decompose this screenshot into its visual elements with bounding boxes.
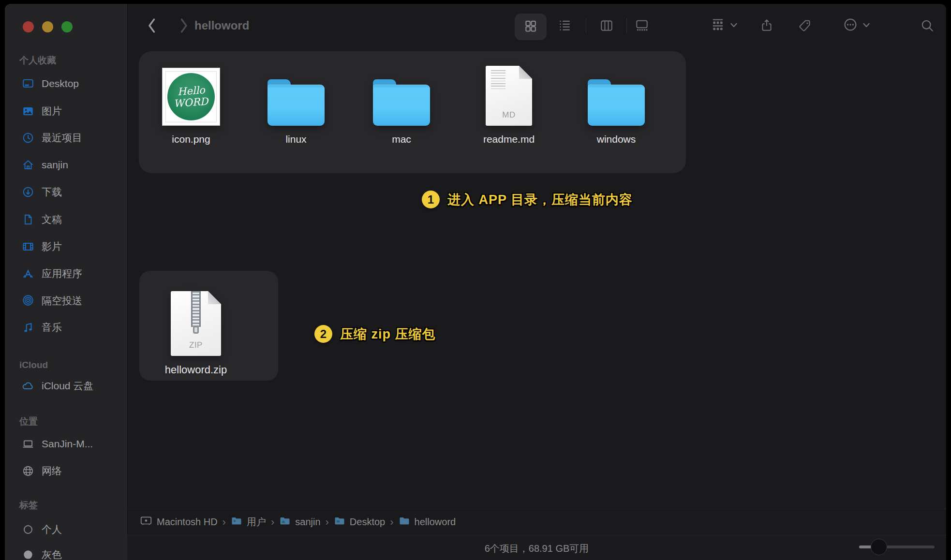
item-count-status: 6个项目，68.91 GB可用 <box>127 542 946 555</box>
hello-word-logo: Hello WORD <box>167 73 215 120</box>
file-item-helloword-zip[interactable]: ZIP helloword.zip <box>145 275 247 376</box>
status-bar: 6个项目，68.91 GB可用 <box>127 535 946 560</box>
sidebar-item-network[interactable]: 网络 <box>5 460 127 482</box>
sidebar-section-tags: 标签 <box>19 499 38 512</box>
sidebar-item-music[interactable]: 音乐 <box>5 317 127 338</box>
sidebar-item-movies[interactable]: 影片 <box>5 236 127 257</box>
path-segment-desktop[interactable]: Desktop <box>334 516 385 529</box>
file-item-icon-png[interactable]: Hello WORD icon.png <box>140 54 242 145</box>
column-view-button[interactable] <box>595 15 618 37</box>
appstore-icon <box>21 267 35 280</box>
step-1-text: 进入 APP 目录，压缩当前内容 <box>447 191 633 208</box>
sidebar-item-applications[interactable]: 应用程序 <box>5 263 127 284</box>
gallery-view-button[interactable] <box>631 15 653 37</box>
step-1-badge: 1 <box>422 191 440 208</box>
sidebar-item-recents[interactable]: 最近项目 <box>5 127 127 148</box>
airdrop-icon <box>21 294 35 308</box>
sidebar-item-tag-personal[interactable]: 个人 <box>5 519 127 540</box>
sidebar-item-label: 图片 <box>42 104 62 118</box>
sidebar-item-label: SanJin-M... <box>42 438 93 450</box>
path-segment-users[interactable]: 用户 <box>231 516 266 529</box>
minimize-button[interactable] <box>42 21 53 32</box>
cloud-icon <box>21 379 35 393</box>
grid-view-icon <box>523 19 538 35</box>
file-item-mac[interactable]: mac <box>351 54 452 145</box>
file-name: readme.md <box>458 133 560 145</box>
path-segment-sanjin[interactable]: sanjin <box>279 516 320 529</box>
photos-icon <box>21 104 35 118</box>
step-2-badge: 2 <box>314 325 332 343</box>
download-icon <box>21 185 35 199</box>
sidebar: 个人收藏 Desktop 图片 最近项目 sanjin <box>5 4 127 560</box>
film-icon <box>21 240 35 253</box>
zip-file-icon: ZIP <box>171 291 221 356</box>
sidebar-item-downloads[interactable]: 下载 <box>5 181 127 203</box>
sidebar-section-favorites: 个人收藏 <box>19 54 56 67</box>
file-type-badge: MD <box>486 110 532 120</box>
chevron-down-icon <box>862 21 870 30</box>
toolbar-divider <box>626 18 627 33</box>
sidebar-item-tag-gray[interactable]: 灰色 <box>5 544 127 560</box>
sidebar-item-documents[interactable]: 文稿 <box>5 209 127 230</box>
sidebar-item-computer[interactable]: SanJin-M... <box>5 433 127 455</box>
folder-icon <box>231 516 242 529</box>
clock-icon <box>21 131 35 145</box>
sidebar-item-desktop[interactable]: Desktop <box>5 73 127 94</box>
file-item-windows[interactable]: windows <box>565 54 667 145</box>
sidebar-item-pictures[interactable]: 图片 <box>5 101 127 122</box>
chevron-separator-icon: › <box>326 516 329 529</box>
laptop-icon <box>21 437 35 451</box>
slider-knob[interactable] <box>871 539 887 555</box>
annotation-step-1: 1 进入 APP 目录，压缩当前内容 <box>422 191 633 208</box>
folder-icon <box>588 79 645 126</box>
ellipsis-circle-icon <box>843 17 858 34</box>
step-2-text: 压缩 zip 压缩包 <box>340 325 436 343</box>
chevron-separator-icon: › <box>271 516 274 529</box>
sidebar-item-label: 文稿 <box>42 213 62 226</box>
sidebar-item-label: 最近项目 <box>42 131 82 145</box>
circle-filled-icon <box>21 548 35 560</box>
sidebar-section-locations: 位置 <box>19 415 38 428</box>
forward-button[interactable] <box>178 17 190 36</box>
sidebar-section-icloud: iCloud <box>19 359 48 371</box>
more-options-button[interactable] <box>833 15 879 37</box>
path-segment-helloword[interactable]: helloword <box>399 516 456 529</box>
icon-view-button[interactable] <box>515 14 547 40</box>
file-name: mac <box>351 133 452 145</box>
file-item-linux[interactable]: linux <box>245 54 347 145</box>
sidebar-item-airdrop[interactable]: 隔空投送 <box>5 290 127 311</box>
file-name: windows <box>565 133 667 145</box>
sidebar-item-label: sanjin <box>42 159 68 171</box>
search-button[interactable] <box>916 15 938 37</box>
folder-icon <box>399 516 410 529</box>
icon-size-slider[interactable] <box>859 545 935 548</box>
path-segment-macintosh-hd[interactable]: Macintosh HD <box>140 515 218 530</box>
circle-outline-icon <box>21 523 35 536</box>
folder-icon <box>373 79 430 126</box>
group-by-button[interactable] <box>700 15 747 37</box>
back-button[interactable] <box>146 17 158 36</box>
file-name: icon.png <box>140 133 242 145</box>
file-name: helloword.zip <box>145 364 247 376</box>
share-button[interactable] <box>756 15 778 37</box>
sidebar-item-icloud-drive[interactable]: iCloud 云盘 <box>5 375 127 397</box>
file-item-readme-md[interactable]: MD readme.md <box>458 54 560 145</box>
close-button[interactable] <box>23 21 34 32</box>
path-bar: Macintosh HD › 用户 › sanjin › Desktop › <box>127 509 946 535</box>
chevron-separator-icon: › <box>223 516 226 529</box>
zoom-button[interactable] <box>61 21 73 32</box>
window-title: helloword <box>194 19 249 32</box>
markdown-file-icon: MD <box>486 66 532 126</box>
list-view-button[interactable] <box>553 15 576 37</box>
sidebar-item-label: 网络 <box>42 464 62 478</box>
music-icon <box>21 321 35 334</box>
group-by-icon <box>710 17 726 34</box>
sidebar-item-label: 下载 <box>42 185 62 199</box>
tag-button[interactable] <box>794 15 816 37</box>
sidebar-item-label: iCloud 云盘 <box>42 379 93 393</box>
hard-drive-icon <box>140 515 152 530</box>
annotation-step-2: 2 压缩 zip 压缩包 <box>314 325 436 343</box>
sidebar-item-label: 应用程序 <box>42 267 82 280</box>
sidebar-item-home[interactable]: sanjin <box>5 154 127 176</box>
sidebar-item-label: 个人 <box>42 523 62 536</box>
